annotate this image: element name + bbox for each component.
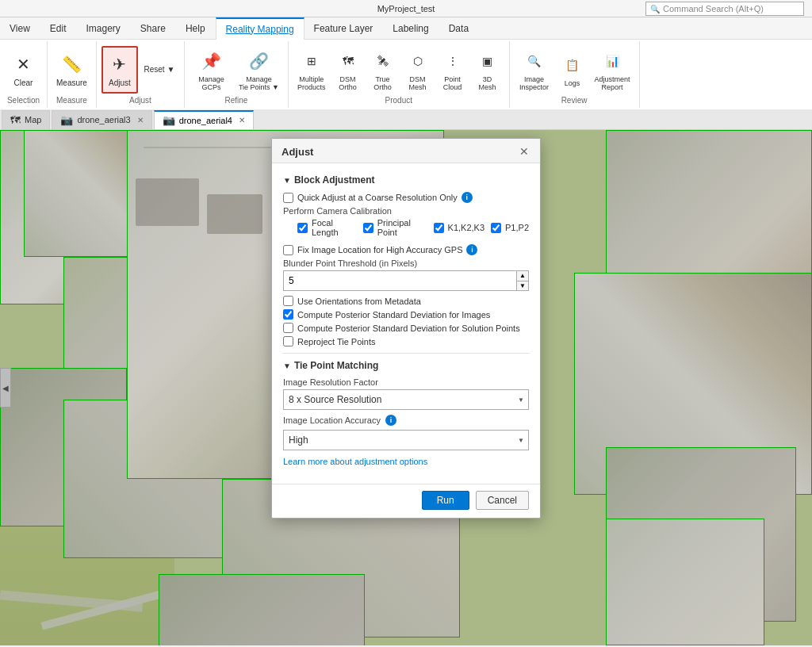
logs-label: Logs — [565, 79, 580, 87]
tab-imagery[interactable]: Imagery — [76, 17, 130, 40]
compute-posterior-images-checkbox[interactable] — [283, 309, 293, 320]
compute-posterior-images-row: Compute Posterior Standard Deviation for… — [283, 309, 529, 320]
manage-tie-points-icon: 🔗 — [246, 48, 271, 74]
3d-mesh-label: 3DMesh — [479, 75, 496, 91]
quick-adjust-checkbox[interactable] — [283, 193, 293, 203]
tab-feature-layer[interactable]: Feature Layer — [304, 17, 384, 40]
blunder-threshold-input[interactable]: 5 — [283, 270, 517, 291]
modal-close-button[interactable]: ✕ — [518, 145, 530, 158]
principal-point-row: Principal Point — [363, 218, 427, 237]
image-location-accuracy-select[interactable]: High Medium Low — [283, 430, 529, 450]
p1p2-label: P1,P2 — [505, 223, 529, 232]
image-location-accuracy-label-row: Image Location Accuracy i — [283, 415, 529, 426]
tab-edit[interactable]: Edit — [40, 17, 77, 40]
tab-view[interactable]: View — [0, 17, 40, 40]
ribbon-group-refine: 📌 ManageGCPs 🔗 ManageTie Points ▼ Refine — [185, 41, 289, 108]
drone4-tab-label: drone_aerial4 — [179, 116, 232, 125]
tab-help[interactable]: Help — [176, 17, 216, 40]
image-inspector-button[interactable]: 🔍 ImageInspector — [515, 46, 554, 94]
drone3-tab-close[interactable]: ✕ — [137, 116, 144, 124]
manage-tie-points-button[interactable]: 🔗 ManageTie Points ▼ — [235, 46, 283, 94]
focal-length-label: Focal Length — [312, 218, 357, 237]
focal-length-checkbox[interactable] — [297, 223, 308, 233]
tab-labeling[interactable]: Labeling — [383, 17, 439, 40]
reset-label: Reset ▼ — [144, 65, 175, 74]
dsm-mesh-icon: ⬡ — [405, 48, 431, 74]
3d-mesh-icon: ▣ — [475, 48, 500, 74]
use-orientations-checkbox[interactable] — [283, 296, 293, 306]
p1p2-row: P1,P2 — [491, 223, 529, 233]
title-bar: MyProject_test 🔍 Command Search (Alt+Q) — [0, 0, 812, 17]
run-button[interactable]: Run — [422, 491, 469, 510]
map-tab-label: Map — [25, 115, 41, 124]
p1p2-checkbox[interactable] — [491, 223, 501, 233]
true-ortho-button[interactable]: 🛰 TrueOrtho — [366, 46, 400, 94]
doc-tab-drone4[interactable]: 📷 drone_aerial4 ✕ — [154, 110, 254, 129]
drone4-tab-close[interactable]: ✕ — [239, 116, 245, 124]
dsm-mesh-button[interactable]: ⬡ DSMMesh — [401, 46, 435, 94]
spinner-down[interactable]: ▼ — [517, 281, 528, 291]
principal-point-checkbox[interactable] — [363, 223, 373, 233]
image-inspector-icon: 🔍 — [522, 48, 547, 74]
logs-button[interactable]: 📋 Logs — [556, 46, 589, 94]
fix-image-location-checkbox[interactable] — [283, 245, 293, 255]
ribbon-group-review: 🔍 ImageInspector 📋 Logs 📊 AdjustmentRepo… — [510, 41, 640, 108]
project-title: MyProject_test — [377, 4, 435, 13]
tab-reality-mapping[interactable]: Reality Mapping — [216, 17, 304, 40]
block-adjustment-header[interactable]: ▼ Block Adjustment — [283, 174, 529, 186]
k1k2k3-checkbox[interactable] — [434, 223, 444, 233]
spinner-up[interactable]: ▲ — [517, 271, 528, 281]
reset-button[interactable]: Reset ▼ — [140, 59, 179, 81]
drone4-tab-icon: 📷 — [163, 114, 175, 126]
manage-gcps-button[interactable]: 📌 ManageGCPs — [190, 46, 233, 94]
tab-share[interactable]: Share — [131, 17, 176, 40]
doc-tab-drone3[interactable]: 📷 drone_aerial3 ✕ — [52, 110, 151, 129]
measure-button[interactable]: 📏 Measure — [52, 46, 91, 94]
camera-cal-label: Perform Camera Calibration — [283, 206, 529, 216]
fix-image-location-info-icon[interactable]: i — [466, 244, 477, 255]
blunder-threshold-label: Blunder Point Threshold (in Pixels) — [283, 258, 529, 268]
true-ortho-icon: 🛰 — [370, 48, 396, 74]
reproject-tie-points-checkbox[interactable] — [283, 336, 293, 346]
adjust-items: ✈ Adjust Reset ▼ — [102, 43, 179, 96]
camera-cal-options: Focal Length Principal Point K1,K2,K3 P1… — [297, 218, 529, 240]
modal-body: ▼ Block Adjustment Quick Adjust at a Coa… — [272, 163, 540, 484]
image-location-accuracy-info-icon[interactable]: i — [385, 415, 396, 426]
adjust-icon: ✈ — [107, 52, 132, 77]
dsm-ortho-label: DSMOrtho — [339, 75, 357, 91]
dsm-ortho-button[interactable]: 🗺 DSMOrtho — [331, 46, 365, 94]
clear-button[interactable]: ✕ Clear — [7, 46, 40, 94]
multiple-products-button[interactable]: ⊞ MultipleProducts — [293, 46, 330, 94]
k1k2k3-row: K1,K2,K3 — [434, 223, 485, 233]
compute-posterior-solution-checkbox[interactable] — [283, 323, 293, 333]
3d-mesh-button[interactable]: ▣ 3DMesh — [471, 46, 504, 94]
adjustment-report-button[interactable]: 📊 AdjustmentReport — [591, 46, 634, 94]
tie-point-matching-header[interactable]: ▼ Tie Point Matching — [283, 360, 529, 371]
manage-tie-points-label: ManageTie Points ▼ — [239, 75, 279, 91]
command-search[interactable]: 🔍 Command Search (Alt+Q) — [645, 2, 804, 16]
manage-gcps-icon: 📌 — [198, 48, 224, 74]
refine-group-label: Refine — [225, 96, 248, 106]
principal-point-label: Principal Point — [377, 218, 427, 237]
adjust-button[interactable]: ✈ Adjust — [102, 46, 138, 94]
learn-more-link[interactable]: Learn more about adjustment options — [283, 457, 529, 466]
reset-group: Reset ▼ — [140, 46, 179, 94]
image-resolution-factor-wrapper: 1 x Source Resolution 2 x Source Resolut… — [283, 389, 529, 410]
compute-posterior-solution-label: Compute Posterior Standard Deviation for… — [297, 324, 520, 333]
image-resolution-factor-select[interactable]: 1 x Source Resolution 2 x Source Resolut… — [283, 389, 529, 410]
refine-items: 📌 ManageGCPs 🔗 ManageTie Points ▼ — [190, 43, 283, 96]
ribbon-group-adjust: ✈ Adjust Reset ▼ Adjust — [97, 41, 185, 108]
ribbon-group-selection: ✕ Clear Selection — [0, 41, 48, 108]
block-adjustment-title: Block Adjustment — [294, 174, 375, 186]
quick-adjust-info-icon[interactable]: i — [462, 192, 473, 203]
drone3-tab-icon: 📷 — [60, 114, 73, 126]
ribbon-content: ✕ Clear Selection 📏 Measure Measure ✈ Ad… — [0, 40, 812, 109]
doc-tabs: 🗺 Map 📷 drone_aerial3 ✕ 📷 drone_aerial4 … — [0, 109, 812, 130]
ribbon-group-product: ⊞ MultipleProducts 🗺 DSMOrtho 🛰 TrueOrth… — [289, 41, 510, 108]
doc-tab-map[interactable]: 🗺 Map — [2, 110, 50, 129]
tab-data[interactable]: Data — [439, 17, 479, 40]
drone3-tab-label: drone_aerial3 — [77, 115, 130, 124]
point-cloud-button[interactable]: ⋮ PointCloud — [436, 46, 469, 94]
image-inspector-label: ImageInspector — [519, 75, 549, 91]
cancel-button[interactable]: Cancel — [476, 491, 529, 510]
